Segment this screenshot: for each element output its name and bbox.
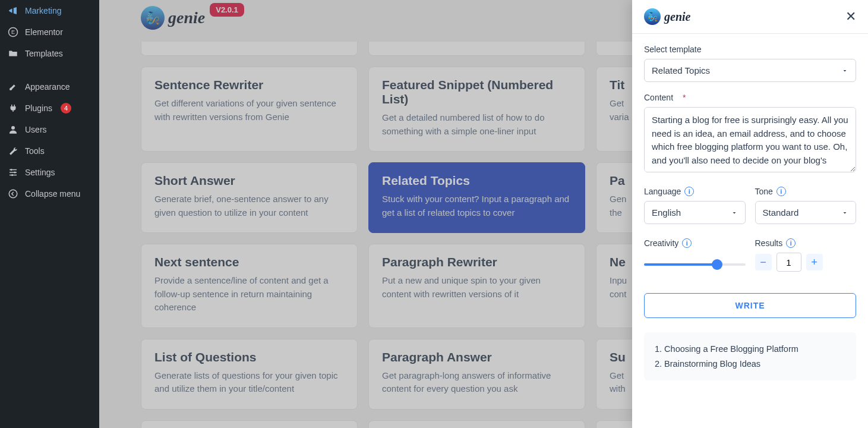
genie-side-panel: 🧞 genie ✕ Select template Related Topics… <box>632 0 868 428</box>
output-line: 2. Brainstorming Blog Ideas <box>655 357 845 372</box>
sidebar-item-templates[interactable]: Templates <box>0 43 99 64</box>
svg-point-3 <box>11 169 12 171</box>
decrement-button[interactable]: − <box>755 254 772 270</box>
genie-logo-icon: 🧞 <box>644 8 661 25</box>
content-label: Content * <box>644 93 856 102</box>
sidebar-item-label: Collapse menu <box>25 189 80 199</box>
collapse-icon <box>7 188 19 200</box>
svg-point-6 <box>9 190 17 198</box>
select-template-label: Select template <box>644 45 856 54</box>
creativity-label: Creativity i <box>644 238 746 248</box>
increment-button[interactable]: + <box>806 254 823 270</box>
info-icon[interactable]: i <box>777 187 786 196</box>
results-stepper: − + <box>755 253 857 272</box>
info-icon[interactable]: i <box>684 187 694 196</box>
wp-admin-sidebar: Marketing E Elementor Templates Appearan… <box>0 0 99 428</box>
svg-text:E: E <box>11 29 15 35</box>
folder-icon <box>7 48 19 59</box>
info-icon[interactable]: i <box>682 238 692 248</box>
plug-icon <box>7 102 19 114</box>
svg-point-2 <box>11 126 15 130</box>
sidebar-item-tools[interactable]: Tools <box>0 140 99 162</box>
panel-body: Select template Related Topics Content *… <box>632 34 868 428</box>
e-circle-icon: E <box>7 26 19 38</box>
sidebar-item-label: Marketing <box>25 6 61 15</box>
panel-header: 🧞 genie ✕ <box>632 0 868 34</box>
output-box: 1. Choosing a Free Blogging Platform 2. … <box>644 332 856 380</box>
megaphone-icon <box>7 5 19 17</box>
language-select[interactable]: English <box>644 201 746 224</box>
user-icon <box>7 124 19 136</box>
sidebar-item-label: Tools <box>25 146 45 156</box>
tone-label: Tone i <box>755 187 857 196</box>
sidebar-item-plugins[interactable]: Plugins 4 <box>0 97 99 119</box>
wrench-icon <box>7 145 19 157</box>
panel-brand: 🧞 genie <box>644 8 690 25</box>
sliders-icon <box>7 166 19 178</box>
language-label: Language i <box>644 187 746 196</box>
results-input[interactable] <box>777 253 801 272</box>
sidebar-item-label: Users <box>25 125 47 134</box>
svg-point-5 <box>11 174 13 176</box>
sidebar-item-label: Plugins <box>25 103 52 113</box>
tone-select[interactable]: Standard <box>755 201 857 224</box>
sidebar-item-users[interactable]: Users <box>0 119 99 140</box>
sidebar-item-label: Settings <box>25 168 55 177</box>
sidebar-item-elementor[interactable]: E Elementor <box>0 21 99 43</box>
output-line: 1. Choosing a Free Blogging Platform <box>655 342 845 357</box>
template-select[interactable]: Related Topics <box>644 59 856 82</box>
brush-icon <box>7 81 19 93</box>
results-label: Results i <box>755 238 857 248</box>
sidebar-item-label: Elementor <box>25 27 63 37</box>
svg-point-4 <box>14 172 16 174</box>
close-button[interactable]: ✕ <box>845 9 856 24</box>
creativity-slider[interactable] <box>644 263 746 266</box>
plugins-badge: 4 <box>61 103 71 114</box>
sidebar-item-appearance[interactable]: Appearance <box>0 76 99 97</box>
info-icon[interactable]: i <box>786 238 796 248</box>
close-icon: ✕ <box>845 9 856 24</box>
sidebar-item-settings[interactable]: Settings <box>0 162 99 183</box>
sidebar-item-label: Appearance <box>25 82 70 92</box>
write-button[interactable]: WRITE <box>644 293 856 318</box>
content-textarea[interactable] <box>644 107 856 172</box>
sidebar-item-label: Templates <box>25 49 63 58</box>
sidebar-item-collapse[interactable]: Collapse menu <box>0 183 99 204</box>
brand-name: genie <box>664 10 690 24</box>
sidebar-item-marketing[interactable]: Marketing <box>0 0 99 21</box>
required-asterisk: * <box>683 93 686 102</box>
